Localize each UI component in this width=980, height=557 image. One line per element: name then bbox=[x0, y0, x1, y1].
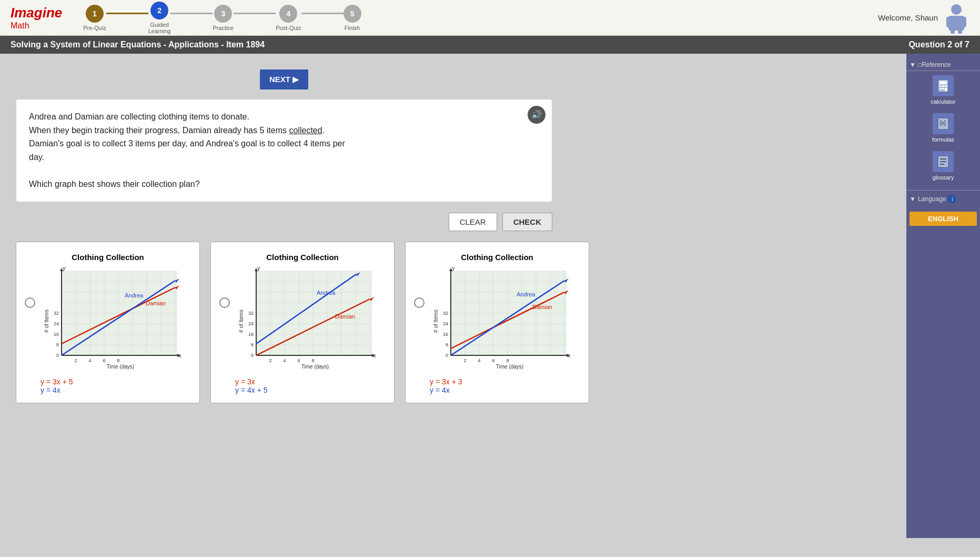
svg-text:Time (days): Time (days) bbox=[107, 364, 134, 370]
graph-1-area: # of Items Time (days) 0 8 16 24 32 2 4 bbox=[41, 266, 188, 373]
glossary-button[interactable]: glossary bbox=[930, 147, 957, 185]
graph-1-equations: y = 3x + 5 y = 4x bbox=[25, 377, 73, 394]
question-prompt: Which graph best shows their collection … bbox=[29, 177, 539, 191]
svg-text:x: x bbox=[178, 352, 181, 359]
question-line4: day. bbox=[29, 151, 539, 164]
graph-1-eq1: y = 3x + 5 bbox=[41, 377, 73, 386]
step-1: 1 Pre-Quiz bbox=[83, 5, 106, 31]
svg-text:2: 2 bbox=[269, 358, 271, 363]
step-label-2: GuidedLearning bbox=[148, 22, 171, 34]
step-line-1-2 bbox=[106, 13, 148, 14]
graph-3-equations: y = 3x + 3 y = 4x bbox=[414, 377, 462, 394]
svg-text:# of Items: # of Items bbox=[238, 310, 244, 333]
step-circle-3: 3 bbox=[214, 5, 232, 23]
svg-point-0 bbox=[951, 4, 962, 15]
header: Imagine Math 1 Pre-Quiz 2 GuidedLearning… bbox=[0, 0, 980, 36]
step-label-4: Post-Quiz bbox=[276, 25, 301, 31]
reference-label: □Reference bbox=[918, 61, 951, 68]
main-layout: NEXT ▶ 🔊 Andrea and Damian are collectin… bbox=[0, 54, 980, 538]
audio-button[interactable]: 🔊 bbox=[528, 106, 545, 124]
formulas-button[interactable]: [x] formulas bbox=[929, 109, 957, 147]
reference-section-header[interactable]: ▼ □Reference bbox=[906, 59, 980, 71]
radio-option-2[interactable] bbox=[219, 297, 230, 308]
svg-text:y: y bbox=[257, 266, 260, 271]
chevron-down-icon: ▼ bbox=[910, 61, 916, 68]
svg-rect-5 bbox=[958, 28, 962, 34]
graph-option-1[interactable]: Clothing Collection bbox=[16, 242, 200, 403]
svg-text:y: y bbox=[452, 266, 455, 271]
svg-rect-138 bbox=[942, 88, 944, 89]
svg-text:2: 2 bbox=[463, 358, 466, 363]
main-content: NEXT ▶ 🔊 Andrea and Damian are collectin… bbox=[0, 54, 906, 538]
calculator-button[interactable]: calculator bbox=[927, 71, 958, 109]
sub-header: Solving a System of Linear Equations - A… bbox=[0, 36, 980, 54]
svg-rect-3 bbox=[962, 17, 966, 27]
svg-text:6: 6 bbox=[492, 358, 494, 363]
header-right: Welcome, Shaun bbox=[878, 2, 969, 34]
graph-option-3[interactable]: Clothing Collection bbox=[405, 242, 589, 403]
svg-text:0: 0 bbox=[56, 353, 59, 358]
svg-text:# of Items: # of Items bbox=[44, 310, 49, 333]
svg-rect-136 bbox=[945, 85, 947, 87]
brand-name: Imagine bbox=[11, 5, 62, 21]
svg-text:0: 0 bbox=[446, 353, 448, 358]
svg-text:y: y bbox=[63, 266, 66, 271]
svg-rect-139 bbox=[945, 88, 947, 91]
graph-2-content: # of Items Time (days) 0 8 16 24 32 2 4 … bbox=[219, 266, 382, 373]
radio-option-3[interactable] bbox=[414, 297, 425, 308]
svg-text:24: 24 bbox=[248, 321, 254, 326]
svg-text:4: 4 bbox=[88, 358, 91, 363]
svg-text:x: x bbox=[373, 352, 376, 359]
graph-3-content: # of Items Time (days) 0 8 16 24 32 2 4 … bbox=[414, 266, 577, 373]
svg-text:x: x bbox=[568, 352, 571, 359]
graph-3-eq1: y = 3x + 3 bbox=[430, 377, 462, 386]
next-button[interactable]: NEXT ▶ bbox=[260, 69, 308, 89]
svg-rect-134 bbox=[939, 85, 942, 87]
step-circle-1: 1 bbox=[86, 5, 104, 23]
step-line-2-3 bbox=[170, 13, 213, 14]
avatar bbox=[943, 2, 969, 34]
clear-button[interactable]: CLEAR bbox=[449, 213, 497, 231]
svg-text:8: 8 bbox=[311, 358, 314, 363]
step-2: 2 GuidedLearning bbox=[148, 2, 171, 34]
svg-text:16: 16 bbox=[248, 332, 254, 337]
formulas-icon: [x] bbox=[933, 113, 954, 134]
graph-2-title: Clothing Collection bbox=[219, 253, 386, 262]
svg-text:32: 32 bbox=[54, 311, 59, 316]
graph-3-svg: # of Items Time (days) 0 8 16 24 32 2 4 … bbox=[430, 266, 577, 371]
question-line2: When they begin tracking their progress,… bbox=[29, 124, 539, 137]
step-line-4-5 bbox=[301, 13, 343, 14]
svg-text:Andrea: Andrea bbox=[317, 290, 336, 296]
svg-text:[x]: [x] bbox=[940, 120, 946, 126]
chevron-down-lang-icon: ▼ bbox=[910, 195, 916, 203]
svg-text:2: 2 bbox=[74, 358, 77, 363]
english-button[interactable]: ENGLISH bbox=[910, 212, 977, 226]
audio-icon: 🔊 bbox=[531, 108, 542, 122]
question-line3: Damian's goal is to collect 3 items per … bbox=[29, 137, 539, 151]
svg-text:Andrea: Andrea bbox=[125, 292, 144, 299]
radio-option-1[interactable] bbox=[25, 297, 35, 308]
graph-1-content: # of Items Time (days) 0 8 16 24 32 2 4 bbox=[25, 266, 188, 373]
svg-text:6: 6 bbox=[103, 358, 105, 363]
svg-rect-135 bbox=[942, 85, 944, 87]
svg-text:8: 8 bbox=[506, 358, 509, 363]
svg-text:# of Items: # of Items bbox=[433, 310, 439, 333]
graph-2-area: # of Items Time (days) 0 8 16 24 32 2 4 … bbox=[235, 266, 382, 373]
step-line-3-4 bbox=[234, 13, 276, 14]
svg-text:32: 32 bbox=[443, 311, 448, 316]
graph-option-2[interactable]: Clothing Collection bbox=[210, 242, 395, 403]
calculator-label: calculator bbox=[931, 98, 955, 105]
svg-text:Damian: Damian bbox=[532, 304, 552, 310]
step-5: 5 Finish bbox=[343, 5, 361, 31]
graph-2-eq2: y = 4x + 5 bbox=[235, 386, 267, 394]
svg-text:32: 32 bbox=[248, 311, 254, 316]
graph-1-eq2: y = 4x bbox=[41, 386, 73, 394]
check-button[interactable]: CHECK bbox=[502, 213, 552, 231]
svg-text:Andrea: Andrea bbox=[517, 291, 536, 297]
svg-text:Damian: Damian bbox=[335, 313, 355, 320]
action-buttons: CLEAR CHECK bbox=[16, 213, 552, 231]
svg-text:8: 8 bbox=[56, 342, 59, 347]
step-circle-4: 4 bbox=[279, 5, 297, 23]
answer-options: Clothing Collection bbox=[16, 242, 891, 403]
language-header[interactable]: ▼ Language i bbox=[910, 195, 977, 203]
